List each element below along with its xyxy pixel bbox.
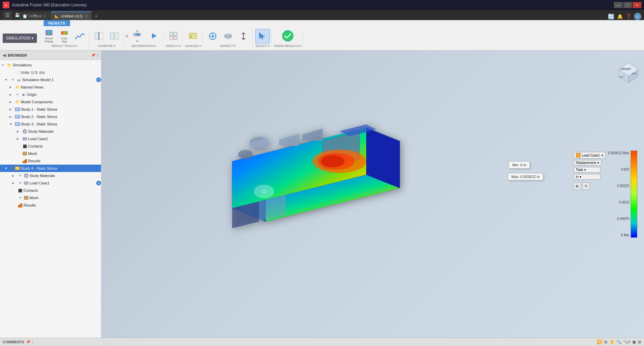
sim-model-arrow[interactable]: ▼ <box>5 78 9 81</box>
tree-sim-model-1[interactable]: ▼ 👁 🗂 Simulation Model 1 ⚙ <box>0 76 101 83</box>
named-views-arrow[interactable]: ▶ <box>9 85 14 89</box>
study2-arrow[interactable]: ▶ <box>9 115 14 118</box>
sync-icon[interactable]: 🔄 <box>608 13 614 20</box>
color-map-label: ColorMap <box>61 37 67 43</box>
redo-button[interactable]: ↪ <box>31 11 38 19</box>
simulations-arrow[interactable]: ▼ <box>1 63 6 67</box>
tooltip-max: Max: 0.003622 in <box>508 173 543 180</box>
user-avatar[interactable]: U <box>634 13 641 20</box>
tree-study3-results[interactable]: Results <box>0 157 101 165</box>
simulation-dropdown[interactable]: SIMULATION ▾ <box>3 34 37 43</box>
study4-mat-label: Study Materials <box>30 174 101 178</box>
inspect-minmax-button[interactable] <box>236 29 251 44</box>
save-button[interactable]: 💾 <box>13 11 21 19</box>
svg-rect-10 <box>99 33 103 39</box>
study4-lc-arrow[interactable]: ▶ <box>12 181 17 185</box>
results-tab-label[interactable]: RESULTS <box>44 20 70 26</box>
study4-lc-settings[interactable]: ⚙ <box>96 181 101 185</box>
study3-lc-arrow[interactable]: ▶ <box>17 137 21 140</box>
legend-loadcase-dropdown[interactable]: Load Case1 ▾ <box>574 152 605 159</box>
study3-cont-label: Contacts <box>28 144 101 148</box>
tree-study4-materials[interactable]: ▶ 👁 M Study Materials <box>0 172 101 179</box>
tree-study3-loadcase[interactable]: ▶ Load Case1 <box>0 135 101 142</box>
undo-button[interactable]: ↩ <box>22 11 30 19</box>
color-map-button[interactable]: ColorMap <box>57 29 72 44</box>
tab-close-v1[interactable]: ✕ <box>85 14 88 18</box>
study1-arrow[interactable]: ▶ <box>9 108 14 111</box>
legend-unit-dropdown[interactable]: in ▾ <box>574 174 600 180</box>
tree-study3-mesh[interactable]: Mesh <box>0 150 101 157</box>
tree-study-3[interactable]: ▼ Study 3 - Static Stress <box>0 120 101 128</box>
study4-arrow[interactable]: ▼ <box>5 167 9 170</box>
statusbar-expand-icon[interactable]: | <box>32 340 33 344</box>
tree-study-4[interactable]: ▼ ✓ Study 4 - Static Stress <box>0 165 101 172</box>
new-tab-button[interactable]: + <box>92 12 100 20</box>
legend-resulttype-dropdown[interactable]: Displacement ▾ <box>574 160 602 166</box>
svg-marker-33 <box>259 33 265 39</box>
result-display-button[interactable]: ResultDisplay <box>42 29 56 44</box>
study3-arrow[interactable]: ▼ <box>9 122 14 126</box>
tree-named-views[interactable]: ▶ 📁 Named Views <box>0 83 101 91</box>
inspect-slice-button[interactable] <box>221 29 235 44</box>
chart-button[interactable] <box>72 29 87 44</box>
deform-scale-button[interactable]: 1x 1x <box>130 29 145 44</box>
display-opts-button[interactable] <box>166 29 181 44</box>
grid-icon[interactable]: ⊞ <box>638 340 641 344</box>
manage-button[interactable] <box>185 29 200 44</box>
compare-slider-button[interactable] <box>92 29 106 44</box>
tree-simulations[interactable]: ▼ 📁 Simulations <box>0 61 101 69</box>
sim-model-settings[interactable]: ⚙ <box>96 77 101 82</box>
origin-arrow[interactable]: ▶ <box>9 93 14 96</box>
tab-untitled-v1[interactable]: 📐 Untitled v1(1) ✕ <box>51 11 91 20</box>
svg-rect-52 <box>15 167 20 170</box>
tree-study-1[interactable]: ▶ Study 1 - Static Stress <box>0 106 101 113</box>
svg-point-16 <box>137 33 139 36</box>
tree-model-components[interactable]: ▶ 📁 Model Components <box>0 98 101 106</box>
sim-model-label: Simulation Model 1 <box>22 78 95 82</box>
browser-pin-icon[interactable]: 📌 <box>91 53 95 57</box>
deform-anim-button[interactable] <box>147 29 161 44</box>
inspect-probe-button[interactable] <box>205 29 220 44</box>
nav-cube[interactable]: FRONT LEFT BOT <box>612 56 639 83</box>
model-comp-arrow[interactable]: ▶ <box>9 100 14 104</box>
compare-side-button[interactable] <box>107 29 122 44</box>
result-display-label: ResultDisplay <box>45 37 53 43</box>
close-button[interactable]: ✕ <box>633 2 641 8</box>
navigate-icon[interactable]: 🔀 <box>597 340 602 344</box>
notification-icon[interactable]: 🔔 <box>617 14 623 19</box>
tree-study4-mesh[interactable]: 👁 Mesh <box>0 194 101 201</box>
legend-component-dropdown[interactable]: Total ▾ <box>574 167 600 173</box>
tree-study3-materials[interactable]: ▶ M Study Materials <box>0 128 101 135</box>
app-menu-button[interactable]: ☰ <box>3 11 12 19</box>
display-group: DISPLAY ▾ <box>164 29 182 48</box>
restore-button[interactable]: □ <box>623 2 632 8</box>
study4-mat-arrow[interactable]: ▶ <box>12 174 17 177</box>
statusbar-pin-icon[interactable]: 📌 <box>26 340 30 344</box>
help-icon[interactable]: ❓ <box>626 14 631 19</box>
tree-study4-loadcase[interactable]: ▶ 👁 Load Case1 ⚙ <box>0 179 101 187</box>
study3-mat-arrow[interactable]: ▶ <box>17 130 21 133</box>
tree-origin[interactable]: ▶ 👁 ⊕ Origin <box>0 91 101 98</box>
tree-units[interactable]: 📄 Units: U.S. (in) <box>0 69 101 76</box>
tree-study-2[interactable]: ▶ Study 2 - Static Stress <box>0 113 101 120</box>
tree-study4-results[interactable]: Results <box>0 201 101 209</box>
tab-close-untitled[interactable]: ✕ <box>43 14 46 18</box>
collapse-icon[interactable]: ◀ <box>3 53 6 58</box>
tree-study4-contacts[interactable]: ⬛ Contacts <box>0 187 101 194</box>
svg-point-8 <box>83 34 85 35</box>
camera-home-icon[interactable]: ⊞ <box>604 340 607 344</box>
display-mode-icon[interactable]: ▣ <box>632 340 636 344</box>
svg-marker-77 <box>303 128 323 141</box>
browser-expand-icon[interactable]: | <box>97 53 98 57</box>
minimize-button[interactable]: — <box>614 2 623 8</box>
study4-cont-label: Contacts <box>23 188 101 192</box>
select-tool-button[interactable] <box>255 29 270 44</box>
legend-settings-button[interactable]: ⚙ <box>574 182 581 190</box>
finish-results-button[interactable] <box>278 29 297 44</box>
deform-scale-label: 1x <box>136 40 139 43</box>
legend-edit-button[interactable]: ✎ <box>582 182 590 190</box>
pan-icon[interactable]: ✋ <box>609 340 614 344</box>
svg-rect-35 <box>15 108 20 111</box>
zoom-icon[interactable]: 🔍 <box>616 340 622 344</box>
tree-study3-contacts[interactable]: ⬛ Contacts <box>0 142 101 150</box>
